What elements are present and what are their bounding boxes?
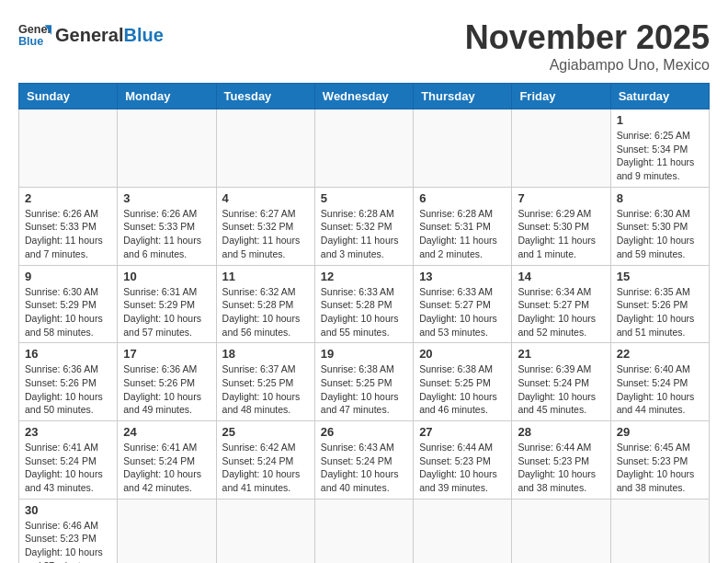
day-info: Sunrise: 6:32 AM Sunset: 5:28 PM Dayligh… — [222, 285, 309, 339]
day-of-week-header: Saturday — [610, 84, 709, 109]
calendar-day-cell: 7Sunrise: 6:29 AM Sunset: 5:30 PM Daylig… — [512, 187, 610, 265]
day-of-week-header: Wednesday — [314, 84, 413, 109]
day-number: 22 — [617, 347, 703, 361]
day-number: 19 — [321, 347, 407, 361]
day-number: 29 — [617, 425, 703, 439]
day-number: 21 — [518, 347, 604, 361]
day-number: 18 — [222, 347, 309, 361]
day-info: Sunrise: 6:33 AM Sunset: 5:28 PM Dayligh… — [321, 285, 407, 339]
day-info: Sunrise: 6:33 AM Sunset: 5:27 PM Dayligh… — [419, 285, 506, 339]
calendar-day-cell — [216, 109, 314, 188]
day-number: 9 — [25, 270, 111, 283]
calendar-day-cell — [314, 499, 413, 563]
day-number: 1 — [617, 113, 703, 127]
day-number: 12 — [321, 270, 407, 283]
logo: General Blue GeneralBlue — [18, 18, 164, 52]
calendar-day-cell: 2Sunrise: 6:26 AM Sunset: 5:33 PM Daylig… — [19, 187, 118, 265]
calendar-day-cell: 16Sunrise: 6:36 AM Sunset: 5:26 PM Dayli… — [19, 343, 118, 421]
calendar-day-cell: 23Sunrise: 6:41 AM Sunset: 5:24 PM Dayli… — [19, 421, 118, 500]
day-info: Sunrise: 6:35 AM Sunset: 5:26 PM Dayligh… — [617, 285, 703, 339]
title-section: November 2025 Agiabampo Uno, Mexico — [465, 18, 710, 74]
day-number: 20 — [419, 347, 506, 361]
day-info: Sunrise: 6:27 AM Sunset: 5:32 PM Dayligh… — [222, 207, 309, 261]
calendar-day-cell — [314, 109, 413, 188]
calendar-day-cell: 25Sunrise: 6:42 AM Sunset: 5:24 PM Dayli… — [216, 421, 314, 500]
day-number: 13 — [419, 270, 506, 283]
day-number: 23 — [25, 425, 111, 439]
day-info: Sunrise: 6:36 AM Sunset: 5:26 PM Dayligh… — [25, 362, 111, 417]
day-number: 7 — [518, 191, 604, 205]
calendar-day-cell: 8Sunrise: 6:30 AM Sunset: 5:30 PM Daylig… — [610, 187, 709, 265]
calendar-day-cell: 29Sunrise: 6:45 AM Sunset: 5:23 PM Dayli… — [610, 421, 709, 500]
day-number: 17 — [123, 347, 210, 361]
svg-text:Blue: Blue — [18, 35, 43, 48]
month-title: November 2025 — [465, 18, 710, 57]
day-info: Sunrise: 6:45 AM Sunset: 5:23 PM Dayligh… — [617, 441, 703, 495]
calendar-day-cell: 4Sunrise: 6:27 AM Sunset: 5:32 PM Daylig… — [216, 187, 314, 265]
calendar-day-cell: 27Sunrise: 6:44 AM Sunset: 5:23 PM Dayli… — [414, 421, 512, 500]
calendar-day-cell: 6Sunrise: 6:28 AM Sunset: 5:31 PM Daylig… — [414, 187, 512, 265]
calendar-day-cell: 5Sunrise: 6:28 AM Sunset: 5:32 PM Daylig… — [314, 187, 413, 265]
day-number: 25 — [222, 425, 309, 439]
calendar-day-cell — [512, 109, 610, 188]
calendar-day-cell: 22Sunrise: 6:40 AM Sunset: 5:24 PM Dayli… — [610, 343, 709, 421]
calendar-day-cell: 9Sunrise: 6:30 AM Sunset: 5:29 PM Daylig… — [19, 265, 118, 343]
day-number: 10 — [123, 270, 210, 283]
day-info: Sunrise: 6:38 AM Sunset: 5:25 PM Dayligh… — [419, 362, 506, 417]
calendar-day-cell: 18Sunrise: 6:37 AM Sunset: 5:25 PM Dayli… — [216, 343, 314, 421]
calendar-day-cell: 1Sunrise: 6:25 AM Sunset: 5:34 PM Daylig… — [610, 109, 709, 188]
day-of-week-header: Sunday — [19, 84, 118, 109]
calendar-day-cell: 10Sunrise: 6:31 AM Sunset: 5:29 PM Dayli… — [118, 265, 216, 343]
calendar-week-row: 16Sunrise: 6:36 AM Sunset: 5:26 PM Dayli… — [19, 343, 710, 421]
day-number: 16 — [25, 347, 111, 361]
day-number: 28 — [518, 425, 604, 439]
calendar-table: SundayMondayTuesdayWednesdayThursdayFrid… — [18, 83, 710, 563]
day-of-week-header: Tuesday — [216, 84, 314, 109]
calendar-day-cell — [19, 109, 118, 188]
calendar-day-cell: 26Sunrise: 6:43 AM Sunset: 5:24 PM Dayli… — [314, 421, 413, 500]
day-number: 5 — [321, 191, 407, 205]
day-info: Sunrise: 6:40 AM Sunset: 5:24 PM Dayligh… — [617, 362, 703, 417]
day-number: 24 — [123, 425, 210, 439]
calendar-day-cell: 17Sunrise: 6:36 AM Sunset: 5:26 PM Dayli… — [118, 343, 216, 421]
day-info: Sunrise: 6:41 AM Sunset: 5:24 PM Dayligh… — [25, 441, 111, 495]
calendar-week-row: 1Sunrise: 6:25 AM Sunset: 5:34 PM Daylig… — [19, 109, 710, 188]
calendar-day-cell: 28Sunrise: 6:44 AM Sunset: 5:23 PM Dayli… — [512, 421, 610, 500]
day-info: Sunrise: 6:34 AM Sunset: 5:27 PM Dayligh… — [518, 285, 604, 339]
day-info: Sunrise: 6:39 AM Sunset: 5:24 PM Dayligh… — [518, 362, 604, 417]
day-of-week-header: Monday — [118, 84, 216, 109]
calendar-week-row: 9Sunrise: 6:30 AM Sunset: 5:29 PM Daylig… — [19, 265, 710, 343]
calendar-day-cell: 3Sunrise: 6:26 AM Sunset: 5:33 PM Daylig… — [118, 187, 216, 265]
calendar-day-cell: 15Sunrise: 6:35 AM Sunset: 5:26 PM Dayli… — [610, 265, 709, 343]
calendar-day-cell — [610, 499, 709, 563]
day-info: Sunrise: 6:30 AM Sunset: 5:30 PM Dayligh… — [617, 207, 703, 261]
day-info: Sunrise: 6:44 AM Sunset: 5:23 PM Dayligh… — [419, 441, 506, 495]
day-info: Sunrise: 6:41 AM Sunset: 5:24 PM Dayligh… — [123, 441, 210, 495]
day-number: 4 — [222, 191, 309, 205]
day-of-week-header: Friday — [512, 84, 610, 109]
calendar-day-cell — [414, 109, 512, 188]
calendar-day-cell: 14Sunrise: 6:34 AM Sunset: 5:27 PM Dayli… — [512, 265, 610, 343]
day-number: 26 — [321, 425, 407, 439]
day-number: 11 — [222, 270, 309, 283]
calendar-day-cell: 30Sunrise: 6:46 AM Sunset: 5:23 PM Dayli… — [19, 499, 118, 563]
day-info: Sunrise: 6:38 AM Sunset: 5:25 PM Dayligh… — [321, 362, 407, 417]
day-info: Sunrise: 6:26 AM Sunset: 5:33 PM Dayligh… — [123, 207, 210, 261]
day-info: Sunrise: 6:31 AM Sunset: 5:29 PM Dayligh… — [123, 285, 210, 339]
page-header: General Blue GeneralBlue November 2025 A… — [18, 18, 710, 74]
calendar-day-cell: 11Sunrise: 6:32 AM Sunset: 5:28 PM Dayli… — [216, 265, 314, 343]
calendar-header-row: SundayMondayTuesdayWednesdayThursdayFrid… — [19, 84, 710, 109]
day-info: Sunrise: 6:44 AM Sunset: 5:23 PM Dayligh… — [518, 441, 604, 495]
calendar-week-row: 2Sunrise: 6:26 AM Sunset: 5:33 PM Daylig… — [19, 187, 710, 265]
day-info: Sunrise: 6:37 AM Sunset: 5:25 PM Dayligh… — [222, 362, 309, 417]
calendar-day-cell: 21Sunrise: 6:39 AM Sunset: 5:24 PM Dayli… — [512, 343, 610, 421]
day-number: 27 — [419, 425, 506, 439]
calendar-day-cell — [216, 499, 314, 563]
day-number: 3 — [123, 191, 210, 205]
day-info: Sunrise: 6:26 AM Sunset: 5:33 PM Dayligh… — [25, 207, 111, 261]
calendar-day-cell — [118, 499, 216, 563]
day-info: Sunrise: 6:28 AM Sunset: 5:31 PM Dayligh… — [419, 207, 506, 261]
day-info: Sunrise: 6:28 AM Sunset: 5:32 PM Dayligh… — [321, 207, 407, 261]
calendar-week-row: 23Sunrise: 6:41 AM Sunset: 5:24 PM Dayli… — [19, 421, 710, 500]
day-number: 6 — [419, 191, 506, 205]
